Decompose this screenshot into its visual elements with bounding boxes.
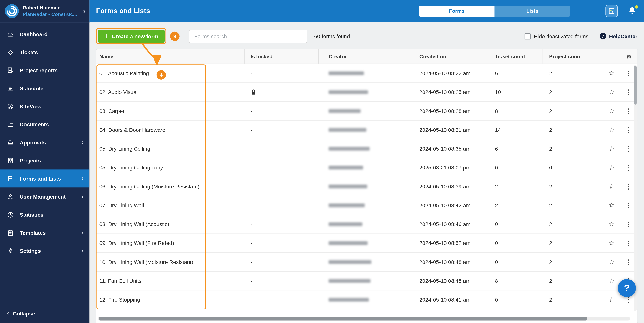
favorite-star-icon[interactable]: ☆ [608, 202, 615, 209]
table-row[interactable]: 09. Dry Lining Wall (Fire Rated) - 2024-… [96, 234, 638, 253]
cell-name[interactable]: 05. Dry Lining Ceiling [96, 146, 245, 152]
row-menu-kebab-icon[interactable]: ⋮ [626, 240, 632, 246]
horizontal-scrollbar-thumb[interactable] [98, 317, 587, 321]
favorite-star-icon[interactable]: ☆ [608, 183, 615, 190]
sidebar-item-statistics[interactable]: Statistics › [0, 206, 90, 224]
row-menu-kebab-icon[interactable]: ⋮ [626, 297, 632, 303]
column-header-ticket-count[interactable]: Ticket count [489, 49, 543, 64]
hide-deactivated-checkbox[interactable] [524, 33, 530, 39]
cell-name[interactable]: 08. Dry Lining Wall (Acoustic) [96, 221, 245, 227]
cell-name[interactable]: 04. Doors & Door Hardware [96, 127, 245, 133]
sidebar-item-project-reports[interactable]: Project reports › [0, 61, 90, 79]
cell-name[interactable]: 12. Fire Stopping [96, 297, 245, 303]
column-header-created-on[interactable]: Created on [413, 49, 489, 64]
row-menu-kebab-icon[interactable]: ⋮ [626, 108, 632, 114]
row-menu-kebab-icon[interactable]: ⋮ [626, 164, 632, 171]
column-header-is-locked[interactable]: Is locked [245, 49, 318, 64]
sidebar-item-user-management[interactable]: User Management › [0, 187, 90, 206]
column-settings-gear-icon[interactable]: ⚙ [626, 53, 632, 59]
favorite-star-icon[interactable]: ☆ [608, 164, 615, 171]
cell-project-count: 2 [543, 108, 599, 114]
sidebar-item-label: Project reports [20, 67, 58, 73]
row-menu-kebab-icon[interactable]: ⋮ [626, 221, 632, 228]
favorite-star-icon[interactable]: ☆ [608, 221, 615, 228]
row-menu-kebab-icon[interactable]: ⋮ [626, 70, 632, 77]
row-menu-kebab-icon[interactable]: ⋮ [626, 202, 632, 209]
creator-redacted-text [328, 204, 365, 207]
apps-button[interactable] [606, 5, 618, 17]
notifications-button[interactable] [628, 6, 638, 16]
siteview-icon [7, 103, 14, 110]
favorite-star-icon[interactable]: ☆ [608, 296, 615, 303]
sidebar-item-schedule[interactable]: Schedule › [0, 79, 90, 97]
cell-name[interactable]: 07. Dry Lining Wall [96, 202, 245, 209]
collapse-button[interactable]: ‹ Collapse [0, 304, 90, 323]
vertical-scrollbar-thumb[interactable] [634, 66, 637, 105]
favorite-star-icon[interactable]: ☆ [608, 145, 615, 152]
cell-name[interactable]: 06. Dry Lining Ceiling (Moisture Resista… [96, 183, 245, 190]
cell-name[interactable]: 10. Dry Lining Wall (Moisture Resistant) [96, 259, 245, 265]
table-row[interactable]: 05. Dry Lining Ceiling - 2024-05-10 08:3… [96, 139, 638, 158]
table-row[interactable]: 07. Dry Lining Wall - 2024-05-10 08:42 a… [96, 196, 638, 215]
table-row[interactable]: 10. Dry Lining Wall (Moisture Resistant)… [96, 253, 638, 272]
cell-name[interactable]: 02. Audio Visual [96, 89, 245, 95]
sidebar-item-settings[interactable]: Settings › [0, 242, 90, 260]
favorite-star-icon[interactable]: ☆ [608, 259, 615, 265]
locked-empty-value: - [250, 70, 252, 76]
row-menu-kebab-icon[interactable]: ⋮ [626, 183, 632, 190]
sidebar-item-label: SiteView [20, 103, 42, 109]
row-menu-kebab-icon[interactable]: ⋮ [626, 127, 632, 133]
column-header-creator[interactable]: Creator [319, 49, 413, 64]
row-menu-kebab-icon[interactable]: ⋮ [626, 145, 632, 152]
favorite-star-icon[interactable]: ☆ [608, 240, 615, 247]
forms-table: Name ↑ Is locked Creator Created on Tick… [96, 49, 638, 323]
sidebar-item-projects[interactable]: Projects › [0, 151, 90, 169]
cell-name[interactable]: 03. Carpet [96, 108, 245, 114]
account-switcher[interactable]: Robert Hammer PlanRadar - Construc... › [0, 0, 90, 22]
sidebar-item-documents[interactable]: Documents › [0, 115, 90, 133]
tab-lists[interactable]: Lists [494, 5, 570, 16]
sidebar-item-label: Schedule [20, 85, 44, 91]
create-new-form-button[interactable]: + Create a new form [98, 29, 165, 43]
cell-actions: ☆ ⋮ [599, 240, 638, 247]
table-row[interactable]: 08. Dry Lining Wall (Acoustic) - 2024-05… [96, 215, 638, 234]
favorite-star-icon[interactable]: ☆ [608, 126, 615, 133]
tab-forms[interactable]: Forms [419, 5, 494, 16]
sidebar-item-forms-and-lists[interactable]: Forms and Lists › [0, 169, 90, 187]
forms-lists-toggle: Forms Lists [419, 5, 570, 16]
forms-search-input[interactable] [189, 29, 307, 43]
favorite-star-icon[interactable]: ☆ [608, 70, 615, 77]
cell-ticket-count: 0 [489, 221, 543, 227]
table-row[interactable]: 11. Fan Coil Units - 2024-05-10 08:45 am… [96, 272, 638, 291]
cell-name[interactable]: 05. Dry Lining Ceiling copy [96, 165, 245, 171]
table-row[interactable]: 04. Doors & Door Hardware - 2024-05-10 0… [96, 121, 638, 139]
sidebar-item-approvals[interactable]: Approvals › [0, 133, 90, 152]
cell-name[interactable]: 09. Dry Lining Wall (Fire Rated) [96, 240, 245, 246]
creator-redacted-text [328, 90, 368, 94]
help-fab-button[interactable]: ? [618, 279, 636, 297]
column-header-project-count[interactable]: Project count [543, 49, 599, 64]
column-header-name[interactable]: Name ↑ [96, 49, 245, 64]
cell-is-locked: - [245, 259, 318, 265]
sidebar-item-dashboard[interactable]: Dashboard › [0, 25, 90, 43]
table-row[interactable]: 01. Acoustic Painting - 2024-05-10 08:22… [96, 64, 638, 83]
cell-created-on: 2024-05-10 08:46 am [413, 221, 489, 227]
sidebar-item-siteview[interactable]: SiteView › [0, 97, 90, 115]
sort-ascending-icon[interactable]: ↑ [238, 53, 240, 59]
helpcenter-button[interactable]: ? HelpCenter [600, 33, 638, 39]
cell-name[interactable]: 01. Acoustic Painting [96, 70, 245, 76]
favorite-star-icon[interactable]: ☆ [608, 278, 615, 285]
table-row[interactable]: 02. Audio Visual 2024-05-10 08:25 am 10 … [96, 83, 638, 102]
sidebar-item-templates[interactable]: Templates › [0, 224, 90, 242]
table-row[interactable]: 03. Carpet - 2024-05-10 08:28 am 8 2 ☆ ⋮ [96, 102, 638, 121]
sidebar-item-tickets[interactable]: Tickets › [0, 43, 90, 61]
sidebar-item-label: Statistics [20, 212, 44, 218]
favorite-star-icon[interactable]: ☆ [608, 107, 615, 114]
favorite-star-icon[interactable]: ☆ [608, 89, 615, 96]
cell-name[interactable]: 11. Fan Coil Units [96, 278, 245, 284]
row-menu-kebab-icon[interactable]: ⋮ [626, 89, 632, 95]
row-menu-kebab-icon[interactable]: ⋮ [626, 259, 632, 265]
table-row[interactable]: 05. Dry Lining Ceiling copy - 2025-08-21… [96, 158, 638, 177]
table-row[interactable]: 06. Dry Lining Ceiling (Moisture Resista… [96, 177, 638, 196]
table-row[interactable]: 12. Fire Stopping - 2024-05-10 08:41 am … [96, 291, 638, 309]
